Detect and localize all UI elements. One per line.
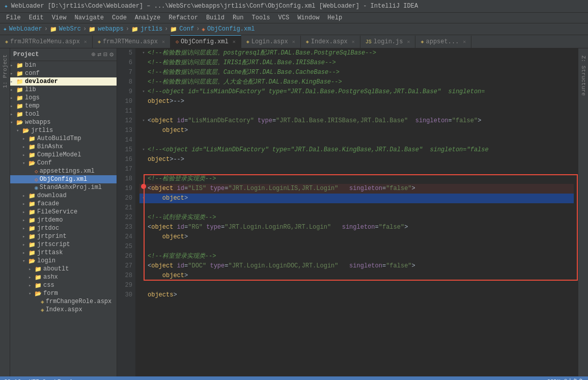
tab-index-aspx[interactable]: ◈Index.aspx✕ [301, 36, 360, 48]
code-area[interactable]: ▾<!--检验数据访问层底层。postgresql配JRT.DAL.Base.P… [135, 48, 578, 376]
tree-item-logs[interactable]: ▸📁logs [10, 94, 117, 102]
tree-item-Conf[interactable]: ▾📂Conf [10, 159, 117, 167]
vtab-project[interactable]: 1: Project [1, 52, 9, 90]
tree-item-AutoBuildTmp[interactable]: ▸📁AutoBuildTmp [10, 134, 117, 143]
tab-close-button[interactable]: ✕ [407, 39, 410, 45]
tree-item-BinAshx[interactable]: ▸📁BinAshx [10, 143, 117, 151]
gutter-5[interactable]: ▾ [139, 48, 148, 58]
sidebar-add-icon[interactable]: ⊕ [92, 50, 96, 59]
xml-comment: <!--检验数据访问层底层。人大金仓配JRT.DAL.Base.KingBase… [148, 78, 342, 86]
tree-item-form[interactable]: ▾📂form [10, 289, 117, 297]
tree-item-jrtdoc[interactable]: ▸📁jrtdoc [10, 224, 117, 232]
nav-conf[interactable]: Conf [179, 25, 194, 33]
line-number-29: 29 [120, 281, 132, 290]
menu-window[interactable]: Window [293, 13, 323, 23]
nav-webloader[interactable]: WebLoader [9, 25, 42, 33]
tree-item-facade[interactable]: ▸📁facade [10, 200, 117, 208]
tree-item-bin[interactable]: ▸📁bin [10, 61, 117, 69]
tab-objconfig-xml[interactable]: ◇ObjConfig.xml✕ [171, 35, 241, 48]
line-content: object> [148, 126, 188, 135]
nav-jrtlis[interactable]: jrtlis [141, 25, 162, 33]
xml-text: object>--> [148, 98, 184, 105]
tree-item-login[interactable]: ▾📂login [10, 257, 117, 265]
menu-navigate[interactable]: Navigate [70, 13, 108, 23]
tree-item-tool[interactable]: ▸📁tool [10, 110, 117, 118]
menu-refactor[interactable]: Refactor [164, 13, 202, 23]
csdn-badge: CSDN @小鱼鱼 [547, 377, 584, 380]
tree-item-css[interactable]: ▸📁css [10, 281, 117, 289]
fold-arrow[interactable]: ▾ [142, 87, 145, 97]
tree-item-temp[interactable]: ▸📁temp [10, 102, 117, 110]
tree-item-jrtprint[interactable]: ▸📁jrtprint [10, 232, 117, 240]
app-icon: ✦ [4, 2, 8, 10]
nav-webapps[interactable]: webapps [98, 25, 123, 33]
tab-close-button[interactable]: ✕ [233, 39, 236, 45]
tree-arrow: ▸ [22, 234, 29, 239]
tree-item-jrttask[interactable]: ▸📁jrttask [10, 249, 117, 257]
sidebar-settings-icon[interactable]: ⚙ [109, 50, 114, 59]
code-line-12: ▾<object id="LisMianDbFactory" type="JRT… [139, 116, 574, 126]
fold-arrow[interactable]: ▾ [142, 48, 145, 58]
title-bar: ✦ WebLoader [D:\jrtlis\Code\WebLoader] –… [0, 0, 588, 13]
tree-arrow: ▾ [22, 258, 29, 264]
nav-objconfig[interactable]: ObjConfig.xml [207, 25, 255, 33]
tab-appset---[interactable]: ◈appset...✕ [415, 36, 471, 48]
tab-close-button[interactable]: ✕ [162, 39, 165, 45]
tree-node-label: ObjConfig.xml [40, 176, 88, 183]
tab-frmjrtrolemenu-aspx[interactable]: ◈frmJRTRoleMenu.aspx✕ [0, 36, 93, 48]
tree-item-lib[interactable]: ▸📁lib [10, 86, 117, 94]
menu-tools[interactable]: Tools [248, 13, 274, 23]
menu-analyze[interactable]: Analyze [131, 13, 164, 23]
tree-item-conf[interactable]: ▸📁conf [10, 69, 117, 77]
fold-arrow[interactable]: ▾ [142, 145, 145, 155]
sidebar-toolbar: ⊕ ⇄ ⊟ ⚙ [92, 50, 114, 59]
tab-login-js[interactable]: JSlogin.js✕ [360, 36, 416, 48]
gutter-20[interactable]: ▾ [139, 194, 148, 203]
menu-help[interactable]: Help [323, 13, 346, 23]
menu-file[interactable]: File [2, 13, 25, 23]
tree-item-ashx[interactable]: ▸📁ashx [10, 273, 117, 281]
tree-item-IndexAspx[interactable]: ◈Index.aspx [10, 306, 117, 314]
tab-close-button[interactable]: ✕ [292, 39, 295, 45]
tree-item-appsettings[interactable]: ◇appsettings.xml [10, 167, 117, 175]
tree-item-StandAshxProj[interactable]: ◉StandAshxProj.iml [10, 183, 117, 192]
sidebar-sync-icon[interactable]: ⇄ [98, 50, 102, 59]
tree-item-FileService[interactable]: ▸📁FileService [10, 208, 117, 216]
tree-item-jrtscript[interactable]: ▸📁jrtscript [10, 240, 117, 249]
menu-view[interactable]: View [48, 13, 71, 23]
menu-vcs[interactable]: VCS [274, 13, 294, 23]
code-line-18: <!--检验登录实现类--> [139, 174, 574, 184]
menu-code[interactable]: Code [108, 13, 131, 23]
gutter-15[interactable]: ▾ [139, 145, 148, 155]
sidebar-collapse-icon[interactable]: ⊟ [103, 50, 107, 59]
gutter-12[interactable]: ▾ [139, 116, 148, 126]
tab-frmjrtmenu-aspx[interactable]: ◈frmJRTMenu.aspx✕ [93, 36, 171, 48]
tab-close-button[interactable]: ✕ [352, 39, 355, 45]
tab-close-button[interactable]: ✕ [84, 39, 87, 45]
tree-node-icon-file-xml: ◇ [35, 176, 38, 183]
gutter-19[interactable] [139, 184, 148, 189]
gutter-9[interactable]: ▾ [139, 87, 148, 97]
tree-item-ObjConfig[interactable]: ◇ObjConfig.xml [10, 175, 117, 183]
tree-item-jrtdemo[interactable]: ▸📁jrtdemo [10, 216, 117, 224]
tree-item-aboutlt[interactable]: ▸📁aboutlt [10, 265, 117, 273]
menu-build[interactable]: Build [202, 13, 229, 23]
menu-bar: FileEditViewNavigateCodeAnalyzeRefactorB… [0, 13, 588, 23]
line-content: object> [148, 271, 188, 281]
fold-arrow[interactable]: ▾ [142, 116, 145, 126]
tree-item-webapps[interactable]: ▾📂webapps [10, 118, 117, 126]
tree-item-devloader[interactable]: ▸📁devloader [10, 77, 117, 86]
xml-bracket: object> [162, 195, 188, 202]
menu-run[interactable]: Run [229, 13, 248, 23]
menu-edit[interactable]: Edit [25, 13, 48, 23]
tab-login-aspx[interactable]: ◈Login.aspx✕ [241, 36, 301, 48]
fold-arrow[interactable]: ▾ [142, 194, 145, 203]
tree-item-frmChangeRole[interactable]: ◈frmChangeRole.aspx [10, 297, 117, 306]
tree-item-download[interactable]: ▸📁download [10, 192, 117, 200]
vtab-structure[interactable]: Z: Structure [579, 52, 588, 99]
tree-item-CompileModel[interactable]: ▸📁CompileModel [10, 151, 117, 159]
tab-icon-xml: ◇ [176, 39, 179, 45]
nav-websrc[interactable]: WebSrc [59, 25, 81, 33]
tree-item-jrtlis[interactable]: ▾📂jrtlis [10, 126, 117, 134]
tab-close-button[interactable]: ✕ [463, 39, 466, 45]
